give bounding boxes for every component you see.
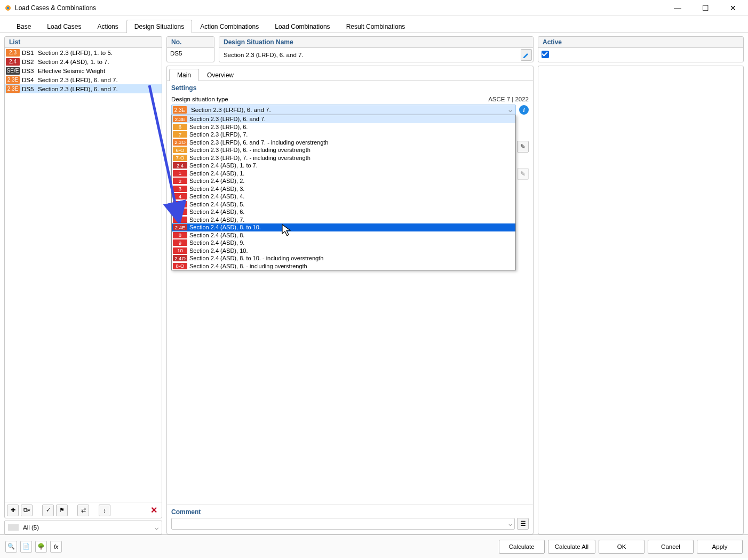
selected-text: Section 2.3 (LRFD), 6. and 7. bbox=[189, 107, 505, 113]
delete-button[interactable]: ✕ bbox=[148, 505, 160, 516]
subtab-overview[interactable]: Overview bbox=[199, 69, 242, 81]
right-empty-panel bbox=[538, 66, 744, 534]
tab-result-combinations[interactable]: Result Combinations bbox=[338, 20, 413, 33]
list-item[interactable]: SE/EDS3Effective Seismic Weight bbox=[5, 66, 162, 75]
footer: 🔍 📄 🌳 fx Calculate Calculate All OK Canc… bbox=[0, 534, 748, 558]
ok-button[interactable]: OK bbox=[599, 540, 644, 554]
ds-list[interactable]: 2.3DS1Section 2.3 (LRFD), 1. to 5.2.4DS2… bbox=[5, 48, 162, 502]
subtab-strip: MainOverview bbox=[167, 66, 533, 81]
tool-sheet-button[interactable]: 📄 bbox=[20, 541, 32, 553]
dropdown-option[interactable]: 1Section 2.4 (ASD), 1. bbox=[172, 170, 515, 178]
settings-title: Settings bbox=[167, 81, 533, 93]
copy-item-button[interactable]: ⧉▾ bbox=[21, 505, 33, 516]
calculate-button[interactable]: Calculate bbox=[499, 540, 545, 554]
dropdown-option[interactable]: 2.4ESection 2.4 (ASD), 8. to 10. bbox=[172, 223, 515, 231]
dropdown-option[interactable]: 7Section 2.4 (ASD), 7. bbox=[172, 216, 515, 224]
minimize-button[interactable]: ― bbox=[667, 1, 688, 15]
dropdown-option[interactable]: 9Section 2.4 (ASD), 9. bbox=[172, 239, 515, 247]
tab-load-cases[interactable]: Load Cases bbox=[39, 20, 89, 33]
pencil-icon bbox=[523, 52, 529, 58]
active-panel: Active bbox=[538, 36, 744, 62]
dropdown-option[interactable]: 2.3ESection 2.3 (LRFD), 6. and 7. bbox=[172, 115, 515, 123]
chevron-down-icon: ⌵ bbox=[155, 524, 158, 531]
no-label: No. bbox=[167, 37, 214, 48]
dropdown-option[interactable]: 10Section 2.4 (ASD), 10. bbox=[172, 247, 515, 255]
close-button[interactable]: ✕ bbox=[722, 1, 744, 15]
tab-base[interactable]: Base bbox=[9, 20, 39, 33]
dropdown-option[interactable]: 3Section 2.4 (ASD), 3. bbox=[172, 185, 515, 193]
type-dropdown-list[interactable]: 2.3ESection 2.3 (LRFD), 6. and 7.6Sectio… bbox=[171, 115, 516, 270]
comment-label: Comment bbox=[171, 508, 529, 518]
chevron-down-icon: ⌵ bbox=[505, 106, 515, 114]
dropdown-option[interactable]: 2Section 2.4 (ASD), 2. bbox=[172, 177, 515, 185]
apply-button[interactable]: Apply bbox=[697, 540, 743, 554]
filter-value: All (5) bbox=[23, 524, 155, 531]
filter-swatch bbox=[8, 524, 19, 531]
titlebar: Load Cases & Combinations ― ☐ ✕ bbox=[0, 0, 748, 16]
link-button[interactable]: ⇄ bbox=[77, 505, 89, 516]
main-tabstrip: BaseLoad CasesActionsDesign SituationsAc… bbox=[0, 18, 748, 33]
svg-point-1 bbox=[7, 6, 9, 9]
dropdown-option[interactable]: 7Section 2.3 (LRFD), 7. bbox=[172, 131, 515, 139]
main-panel: MainOverview Settings Design situation t… bbox=[166, 66, 534, 534]
list-header: List bbox=[5, 37, 162, 48]
dropdown-option[interactable]: 6Section 2.4 (ASD), 6. bbox=[172, 208, 515, 216]
dropdown-option[interactable]: 5Section 2.4 (ASD), 5. bbox=[172, 201, 515, 209]
list-item[interactable]: 2.3DS1Section 2.3 (LRFD), 1. to 5. bbox=[5, 48, 162, 57]
dropdown-option[interactable]: 8-OSection 2.4 (ASD), 8. - including ove… bbox=[172, 262, 515, 270]
subtab-main[interactable]: Main bbox=[169, 69, 199, 81]
name-field[interactable] bbox=[220, 50, 519, 60]
dropdown-option[interactable]: 7-OSection 2.3 (LRFD), 7. - including ov… bbox=[172, 154, 515, 162]
tab-design-situations[interactable]: Design Situations bbox=[126, 20, 192, 33]
tab-action-combinations[interactable]: Action Combinations bbox=[192, 20, 267, 33]
check-button[interactable]: ✓ bbox=[42, 505, 54, 516]
new-item-button[interactable]: ✚ bbox=[7, 505, 19, 516]
dropdown-option[interactable]: 2.4Section 2.4 (ASD), 1. to 7. bbox=[172, 162, 515, 170]
app-icon bbox=[4, 4, 12, 12]
list-item[interactable]: 2.4DS2Section 2.4 (ASD), 1. to 7. bbox=[5, 57, 162, 66]
list-toolbar: ✚ ⧉▾ ✓ ⚑ ⇄ ↕ ✕ bbox=[5, 502, 162, 518]
info-button[interactable]: i bbox=[519, 105, 529, 115]
type-dropdown[interactable]: 2.3E Section 2.3 (LRFD), 6. and 7. ⌵ 2.3… bbox=[171, 105, 516, 115]
name-label: Design Situation Name bbox=[219, 37, 533, 48]
tab-load-combinations[interactable]: Load Combinations bbox=[267, 20, 338, 33]
tool-tree-button[interactable]: 🌳 bbox=[35, 541, 47, 553]
no-field[interactable] bbox=[167, 48, 214, 59]
calculate-all-button[interactable]: Calculate All bbox=[548, 540, 595, 554]
comment-edit-button[interactable]: ☰ bbox=[517, 518, 529, 530]
list-item[interactable]: 2.3EDS5Section 2.3 (LRFD), 6. and 7. bbox=[5, 84, 162, 93]
window-title: Load Cases & Combinations bbox=[15, 4, 667, 12]
active-checkbox[interactable] bbox=[542, 51, 549, 58]
filter-dropdown[interactable]: All (5) ⌵ bbox=[4, 521, 162, 534]
comment-dropdown[interactable]: ⌵ bbox=[171, 518, 515, 530]
dropdown-option[interactable]: 2.3OSection 2.3 (LRFD), 6. and 7. - incl… bbox=[172, 139, 515, 147]
active-label: Active bbox=[538, 37, 743, 48]
tool-fx-button[interactable]: fx bbox=[50, 541, 62, 553]
tool-search-button[interactable]: 🔍 bbox=[5, 541, 17, 553]
tab-actions[interactable]: Actions bbox=[89, 20, 126, 33]
type-label: Design situation type bbox=[171, 96, 228, 102]
wizard-edit-button[interactable]: ✎ bbox=[517, 141, 529, 153]
flag-button[interactable]: ⚑ bbox=[56, 505, 68, 516]
list-item[interactable]: 2.3EDS4Section 2.3 (LRFD), 6. and 7. bbox=[5, 75, 162, 84]
list-panel: List 2.3DS1Section 2.3 (LRFD), 1. to 5.2… bbox=[4, 36, 162, 518]
edit-name-button[interactable] bbox=[521, 49, 532, 61]
dropdown-option[interactable]: 4Section 2.4 (ASD), 4. bbox=[172, 193, 515, 201]
dropdown-option[interactable]: 6-OSection 2.3 (LRFD), 6. - including ov… bbox=[172, 146, 515, 154]
cancel-button[interactable]: Cancel bbox=[648, 540, 694, 554]
name-panel: Design Situation Name bbox=[219, 36, 534, 62]
standard-text: ASCE 7 | 2022 bbox=[488, 96, 529, 102]
no-panel: No. bbox=[166, 36, 214, 62]
sort-button[interactable]: ↕ bbox=[99, 505, 110, 516]
dropdown-option[interactable]: 8Section 2.4 (ASD), 8. bbox=[172, 231, 515, 239]
selected-badge: 2.3E bbox=[173, 106, 187, 114]
dropdown-option[interactable]: 2.4OSection 2.4 (ASD), 8. to 10. - inclu… bbox=[172, 254, 515, 262]
consider-edit-button: ✎ bbox=[517, 168, 529, 180]
maximize-button[interactable]: ☐ bbox=[695, 1, 716, 15]
dropdown-option[interactable]: 6Section 2.3 (LRFD), 6. bbox=[172, 123, 515, 131]
